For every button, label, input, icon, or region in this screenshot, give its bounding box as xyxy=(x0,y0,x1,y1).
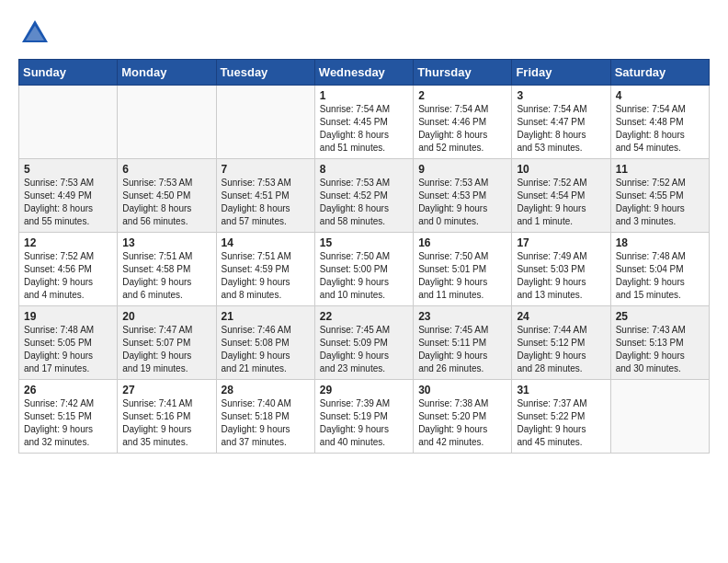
calendar-cell: 3Sunrise: 7:54 AM Sunset: 4:47 PM Daylig… xyxy=(512,86,610,159)
day-number: 24 xyxy=(517,310,605,323)
weekday-header: Monday xyxy=(118,60,216,86)
day-info: Sunrise: 7:54 AM Sunset: 4:48 PM Dayligh… xyxy=(616,103,704,155)
day-number: 9 xyxy=(418,163,506,176)
calendar-cell: 19Sunrise: 7:48 AM Sunset: 5:05 PM Dayli… xyxy=(19,306,118,380)
calendar-cell: 25Sunrise: 7:43 AM Sunset: 5:13 PM Dayli… xyxy=(610,306,709,380)
page: SundayMondayTuesdayWednesdayThursdayFrid… xyxy=(0,0,728,563)
calendar-cell: 4Sunrise: 7:54 AM Sunset: 4:48 PM Daylig… xyxy=(610,86,709,159)
calendar-cell: 2Sunrise: 7:54 AM Sunset: 4:46 PM Daylig… xyxy=(414,86,512,159)
day-number: 13 xyxy=(122,236,210,249)
calendar-cell: 11Sunrise: 7:52 AM Sunset: 4:55 PM Dayli… xyxy=(610,159,709,233)
day-number: 18 xyxy=(616,236,704,249)
day-info: Sunrise: 7:44 AM Sunset: 5:12 PM Dayligh… xyxy=(517,324,605,375)
day-number: 20 xyxy=(122,310,210,323)
calendar-cell: 9Sunrise: 7:53 AM Sunset: 4:53 PM Daylig… xyxy=(414,159,512,233)
calendar-cell: 26Sunrise: 7:42 AM Sunset: 5:15 PM Dayli… xyxy=(19,380,118,454)
calendar-cell: 12Sunrise: 7:52 AM Sunset: 4:56 PM Dayli… xyxy=(19,233,118,306)
day-number: 7 xyxy=(222,163,310,176)
day-info: Sunrise: 7:54 AM Sunset: 4:47 PM Dayligh… xyxy=(517,103,605,155)
day-info: Sunrise: 7:49 AM Sunset: 5:03 PM Dayligh… xyxy=(517,250,605,302)
weekday-header: Friday xyxy=(512,60,610,86)
calendar-cell: 30Sunrise: 7:38 AM Sunset: 5:20 PM Dayli… xyxy=(414,380,512,454)
day-number: 3 xyxy=(517,89,605,102)
day-number: 10 xyxy=(517,163,605,176)
calendar-cell: 22Sunrise: 7:45 AM Sunset: 5:09 PM Dayli… xyxy=(314,306,413,380)
day-info: Sunrise: 7:52 AM Sunset: 4:56 PM Dayligh… xyxy=(24,250,112,302)
day-info: Sunrise: 7:52 AM Sunset: 4:54 PM Dayligh… xyxy=(517,177,605,228)
day-info: Sunrise: 7:53 AM Sunset: 4:51 PM Dayligh… xyxy=(222,177,310,228)
day-info: Sunrise: 7:48 AM Sunset: 5:05 PM Dayligh… xyxy=(24,324,112,375)
day-number: 31 xyxy=(517,384,605,396)
day-info: Sunrise: 7:51 AM Sunset: 4:58 PM Dayligh… xyxy=(122,250,210,302)
day-number: 14 xyxy=(222,236,310,249)
day-number: 6 xyxy=(122,163,210,176)
calendar-cell xyxy=(610,380,709,454)
calendar-week-row: 1Sunrise: 7:54 AM Sunset: 4:45 PM Daylig… xyxy=(19,86,710,159)
weekday-header: Saturday xyxy=(610,60,709,86)
day-info: Sunrise: 7:52 AM Sunset: 4:55 PM Dayligh… xyxy=(616,177,704,228)
calendar-table: SundayMondayTuesdayWednesdayThursdayFrid… xyxy=(18,59,710,454)
calendar-cell: 27Sunrise: 7:41 AM Sunset: 5:16 PM Dayli… xyxy=(118,380,216,454)
calendar-cell: 24Sunrise: 7:44 AM Sunset: 5:12 PM Dayli… xyxy=(512,306,610,380)
day-number: 8 xyxy=(320,163,408,176)
calendar-cell: 10Sunrise: 7:52 AM Sunset: 4:54 PM Dayli… xyxy=(512,159,610,233)
day-number: 29 xyxy=(320,384,408,396)
calendar-week-row: 19Sunrise: 7:48 AM Sunset: 5:05 PM Dayli… xyxy=(19,306,710,380)
calendar-cell xyxy=(216,86,314,159)
weekday-header: Thursday xyxy=(414,60,512,86)
day-info: Sunrise: 7:53 AM Sunset: 4:52 PM Dayligh… xyxy=(320,177,408,228)
calendar-cell: 17Sunrise: 7:49 AM Sunset: 5:03 PM Dayli… xyxy=(512,233,610,306)
logo xyxy=(18,17,55,50)
calendar-cell: 29Sunrise: 7:39 AM Sunset: 5:19 PM Dayli… xyxy=(314,380,413,454)
day-info: Sunrise: 7:53 AM Sunset: 4:50 PM Dayligh… xyxy=(122,177,210,228)
calendar-cell: 14Sunrise: 7:51 AM Sunset: 4:59 PM Dayli… xyxy=(216,233,314,306)
calendar-body: 1Sunrise: 7:54 AM Sunset: 4:45 PM Daylig… xyxy=(19,86,710,454)
calendar-week-row: 5Sunrise: 7:53 AM Sunset: 4:49 PM Daylig… xyxy=(19,159,710,233)
day-number: 15 xyxy=(320,236,408,249)
calendar-cell: 1Sunrise: 7:54 AM Sunset: 4:45 PM Daylig… xyxy=(314,86,413,159)
day-number: 23 xyxy=(418,310,506,323)
calendar-cell xyxy=(118,86,216,159)
day-number: 16 xyxy=(418,236,506,249)
weekday-header: Sunday xyxy=(19,60,118,86)
calendar-cell: 28Sunrise: 7:40 AM Sunset: 5:18 PM Dayli… xyxy=(216,380,314,454)
day-number: 28 xyxy=(222,384,310,396)
day-info: Sunrise: 7:46 AM Sunset: 5:08 PM Dayligh… xyxy=(222,324,310,375)
calendar-cell: 23Sunrise: 7:45 AM Sunset: 5:11 PM Dayli… xyxy=(414,306,512,380)
day-info: Sunrise: 7:53 AM Sunset: 4:49 PM Dayligh… xyxy=(24,177,112,228)
calendar-cell: 18Sunrise: 7:48 AM Sunset: 5:04 PM Dayli… xyxy=(610,233,709,306)
day-number: 1 xyxy=(320,89,408,102)
day-info: Sunrise: 7:41 AM Sunset: 5:16 PM Dayligh… xyxy=(122,397,210,449)
calendar-cell: 21Sunrise: 7:46 AM Sunset: 5:08 PM Dayli… xyxy=(216,306,314,380)
day-info: Sunrise: 7:37 AM Sunset: 5:22 PM Dayligh… xyxy=(517,397,605,449)
day-info: Sunrise: 7:38 AM Sunset: 5:20 PM Dayligh… xyxy=(418,397,506,449)
day-info: Sunrise: 7:45 AM Sunset: 5:09 PM Dayligh… xyxy=(320,324,408,375)
day-info: Sunrise: 7:54 AM Sunset: 4:46 PM Dayligh… xyxy=(418,103,506,155)
calendar-week-row: 26Sunrise: 7:42 AM Sunset: 5:15 PM Dayli… xyxy=(19,380,710,454)
day-number: 11 xyxy=(616,163,704,176)
day-info: Sunrise: 7:45 AM Sunset: 5:11 PM Dayligh… xyxy=(418,324,506,375)
weekday-row: SundayMondayTuesdayWednesdayThursdayFrid… xyxy=(19,60,710,86)
calendar-cell: 15Sunrise: 7:50 AM Sunset: 5:00 PM Dayli… xyxy=(314,233,413,306)
calendar-cell: 31Sunrise: 7:37 AM Sunset: 5:22 PM Dayli… xyxy=(512,380,610,454)
day-number: 5 xyxy=(24,163,112,176)
calendar-cell xyxy=(19,86,118,159)
day-number: 26 xyxy=(24,384,112,396)
day-number: 4 xyxy=(616,89,704,102)
day-number: 21 xyxy=(222,310,310,323)
calendar-cell: 20Sunrise: 7:47 AM Sunset: 5:07 PM Dayli… xyxy=(118,306,216,380)
day-info: Sunrise: 7:50 AM Sunset: 5:00 PM Dayligh… xyxy=(320,250,408,302)
weekday-header: Tuesday xyxy=(216,60,314,86)
logo-icon xyxy=(18,17,51,50)
day-number: 25 xyxy=(616,310,704,323)
calendar-cell: 6Sunrise: 7:53 AM Sunset: 4:50 PM Daylig… xyxy=(118,159,216,233)
calendar-cell: 13Sunrise: 7:51 AM Sunset: 4:58 PM Dayli… xyxy=(118,233,216,306)
day-number: 27 xyxy=(122,384,210,396)
day-number: 22 xyxy=(320,310,408,323)
day-info: Sunrise: 7:40 AM Sunset: 5:18 PM Dayligh… xyxy=(222,397,310,449)
calendar-cell: 5Sunrise: 7:53 AM Sunset: 4:49 PM Daylig… xyxy=(19,159,118,233)
day-info: Sunrise: 7:53 AM Sunset: 4:53 PM Dayligh… xyxy=(418,177,506,228)
weekday-header: Wednesday xyxy=(314,60,413,86)
day-info: Sunrise: 7:43 AM Sunset: 5:13 PM Dayligh… xyxy=(616,324,704,375)
day-info: Sunrise: 7:50 AM Sunset: 5:01 PM Dayligh… xyxy=(418,250,506,302)
